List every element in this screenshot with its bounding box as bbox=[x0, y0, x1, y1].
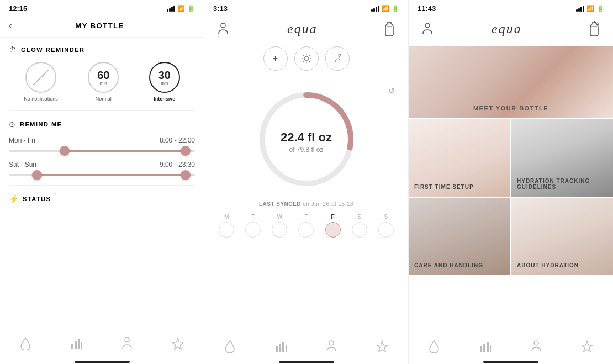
svg-point-9 bbox=[304, 56, 309, 61]
svg-text:equa: equa bbox=[492, 22, 522, 36]
signal-icon-2 bbox=[371, 6, 379, 12]
bottle-button-3[interactable] bbox=[586, 21, 602, 39]
day-circle-t1[interactable] bbox=[245, 222, 261, 238]
reminder-circles: No notifications 60 min Normal 30 min In… bbox=[9, 62, 195, 102]
person-button-3[interactable] bbox=[420, 23, 435, 37]
status-bar-2: 3:13 📶 🔋 bbox=[204, 0, 408, 15]
nav-person-3[interactable] bbox=[526, 338, 547, 355]
slider-fill-weekend bbox=[37, 174, 186, 176]
panel3-content: MEET YOUR BOTTLE FIRST TIME SETUP HYDRAT… bbox=[409, 46, 613, 333]
nav-star-1[interactable] bbox=[166, 335, 189, 355]
ring-svg bbox=[251, 84, 362, 194]
nav-star-2[interactable] bbox=[371, 338, 394, 355]
water-icon-1 bbox=[20, 337, 31, 353]
svg-rect-23 bbox=[282, 342, 284, 352]
wifi-icon-1: 📶 bbox=[177, 5, 185, 12]
normal-button[interactable]: 60 min bbox=[88, 62, 119, 93]
no-notif-button[interactable] bbox=[25, 62, 56, 93]
last-synced-label: LAST SYNCED bbox=[259, 201, 301, 207]
nav-water-3[interactable] bbox=[423, 337, 445, 355]
day-circle-m[interactable] bbox=[219, 222, 234, 238]
day-circle-s2[interactable] bbox=[378, 222, 394, 238]
last-synced: LAST SYNCED on Jun 26 at 15:13 bbox=[204, 201, 408, 207]
wifi-icon-3: 📶 bbox=[586, 5, 594, 12]
glow-reminder-heading: ⏱ GLOW REMINDER bbox=[9, 45, 195, 54]
intensive-num: 30 bbox=[158, 70, 171, 81]
nav-chart-1[interactable] bbox=[65, 336, 88, 354]
remind-time-weekend: 9:00 - 23:30 bbox=[160, 161, 195, 168]
sun-button[interactable] bbox=[294, 46, 319, 71]
svg-point-34 bbox=[534, 341, 538, 345]
day-label-f: F bbox=[331, 214, 335, 220]
refresh-button[interactable]: ↺ bbox=[388, 86, 395, 95]
nav-water-1[interactable] bbox=[14, 335, 36, 355]
intensive-label: Intensive bbox=[154, 96, 175, 102]
page-title: MY BOTTLE bbox=[19, 22, 181, 30]
intensive-button[interactable]: 30 min bbox=[149, 62, 180, 93]
hydration-tracking-cell[interactable]: HYDRATION TRACKING GUIDELINES bbox=[510, 119, 613, 197]
signal-icon-1 bbox=[167, 6, 175, 12]
equa-logo-2: equa bbox=[231, 20, 382, 40]
back-button[interactable]: ‹ bbox=[9, 20, 12, 31]
status-icons-1: 📶 🔋 bbox=[167, 5, 195, 12]
svg-rect-24 bbox=[286, 345, 287, 352]
day-w: W bbox=[272, 214, 287, 238]
first-time-setup-label: FIRST TIME SETUP bbox=[414, 184, 505, 190]
bottom-nav-3 bbox=[409, 333, 613, 358]
svg-line-16 bbox=[309, 55, 310, 56]
glow-reminder-label: GLOW REMINDER bbox=[21, 46, 84, 53]
meet-your-bottle-cell[interactable]: MEET YOUR BOTTLE bbox=[409, 46, 613, 118]
add-button[interactable]: + bbox=[263, 46, 288, 71]
day-m: M bbox=[219, 214, 234, 238]
svg-rect-22 bbox=[279, 344, 281, 352]
day-circle-t2[interactable] bbox=[298, 222, 314, 238]
normal-min: min bbox=[100, 81, 107, 86]
svg-point-26 bbox=[425, 23, 430, 28]
about-hydration-label: ABOUT HYDRATION bbox=[517, 262, 607, 268]
care-handling-cell[interactable]: CARE AND HANDLING bbox=[409, 198, 510, 275]
grid-row-2: FIRST TIME SETUP HYDRATION TRACKING GUID… bbox=[409, 118, 613, 197]
svg-rect-33 bbox=[490, 345, 491, 352]
svg-rect-32 bbox=[487, 342, 489, 352]
care-handling-label: CARE AND HANDLING bbox=[414, 262, 505, 268]
nav-chart-3[interactable] bbox=[474, 339, 497, 354]
nav-person-2[interactable] bbox=[321, 338, 342, 355]
svg-point-4 bbox=[125, 337, 129, 342]
remind-time-weekday: 8:00 - 22:00 bbox=[160, 136, 195, 144]
svg-line-15 bbox=[309, 61, 310, 62]
day-circle-s1[interactable] bbox=[352, 222, 367, 238]
status-heading: ⚡ STATUS bbox=[9, 194, 195, 203]
svg-point-25 bbox=[329, 341, 334, 345]
slider-thumb-left-weekday[interactable] bbox=[60, 146, 70, 156]
day-circle-f[interactable] bbox=[325, 222, 341, 238]
slider-weekend[interactable] bbox=[9, 174, 195, 176]
slider-weekday[interactable] bbox=[9, 150, 195, 152]
person-button-2[interactable] bbox=[215, 23, 231, 37]
tool-buttons: + bbox=[204, 46, 408, 78]
nav-water-2[interactable] bbox=[219, 337, 241, 355]
slider-thumb-right-weekday[interactable] bbox=[181, 146, 191, 156]
panel-main: 3:13 📶 🔋 equa ↑↑ bbox=[204, 0, 409, 364]
hydration-tracking-label: HYDRATION TRACKING GUIDELINES bbox=[517, 178, 607, 190]
bottom-nav-1 bbox=[0, 330, 204, 358]
day-circle-w[interactable] bbox=[272, 222, 287, 238]
day-label-s2: S bbox=[384, 214, 388, 220]
status-icons-2: 📶 🔋 bbox=[371, 5, 399, 12]
reminder-no-notif: No notifications bbox=[24, 62, 58, 102]
nav-person-1[interactable] bbox=[117, 335, 138, 355]
divider-1 bbox=[9, 110, 195, 111]
nav-chart-2[interactable] bbox=[269, 339, 293, 354]
slider-thumb-left-weekend[interactable] bbox=[32, 170, 42, 180]
svg-point-18 bbox=[339, 54, 341, 56]
bottle-button-2[interactable]: ↑↑ bbox=[382, 21, 397, 39]
day-label-m: M bbox=[224, 214, 229, 220]
first-time-setup-cell[interactable]: FIRST TIME SETUP bbox=[409, 119, 510, 197]
about-hydration-cell[interactable]: ABOUT HYDRATION bbox=[510, 198, 613, 275]
activity-button[interactable] bbox=[325, 46, 350, 71]
day-label-w: W bbox=[277, 214, 282, 220]
status-bar-1: 12:15 📶 🔋 bbox=[0, 0, 204, 15]
remind-days-weekend: Sat - Sun bbox=[9, 161, 36, 168]
slider-thumb-right-weekend[interactable] bbox=[181, 170, 191, 180]
nav-star-3[interactable] bbox=[575, 338, 599, 355]
clock-icon: ⊙ bbox=[9, 120, 15, 129]
